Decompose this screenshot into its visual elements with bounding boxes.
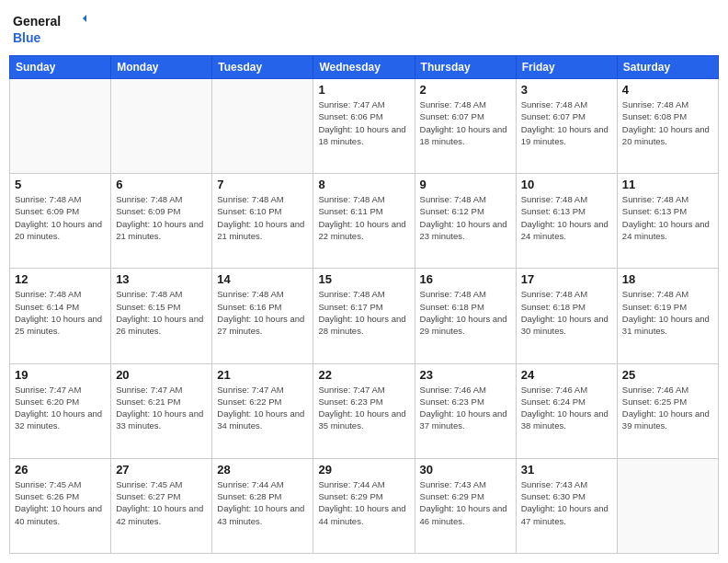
day-number: 8 <box>318 178 409 191</box>
day-number: 2 <box>420 83 511 97</box>
day-number: 7 <box>217 178 308 191</box>
calendar-table: SundayMondayTuesdayWednesdayThursdayFrid… <box>9 55 719 554</box>
calendar-cell-w1-d5: 10Sunrise: 7:48 AM Sunset: 6:13 PM Dayli… <box>516 174 617 269</box>
calendar-cell-w4-d4: 30Sunrise: 7:43 AM Sunset: 6:29 PM Dayli… <box>415 458 516 553</box>
calendar-cell-w2-d6: 18Sunrise: 7:48 AM Sunset: 6:19 PM Dayli… <box>617 269 718 363</box>
weekday-header-sunday: Sunday <box>10 56 111 79</box>
day-number: 18 <box>622 272 713 286</box>
day-info: Sunrise: 7:46 AM Sunset: 6:23 PM Dayligh… <box>420 384 511 432</box>
calendar-cell-w0-d6: 4Sunrise: 7:48 AM Sunset: 6:08 PM Daylig… <box>617 79 718 174</box>
week-row-2: 12Sunrise: 7:48 AM Sunset: 6:14 PM Dayli… <box>10 269 719 363</box>
calendar-cell-w3-d6: 25Sunrise: 7:46 AM Sunset: 6:25 PM Dayli… <box>617 363 718 458</box>
day-number: 28 <box>217 463 308 477</box>
day-number: 12 <box>15 272 106 286</box>
week-row-1: 5Sunrise: 7:48 AM Sunset: 6:09 PM Daylig… <box>10 174 719 269</box>
day-info: Sunrise: 7:43 AM Sunset: 6:30 PM Dayligh… <box>521 478 612 527</box>
day-info: Sunrise: 7:48 AM Sunset: 6:13 PM Dayligh… <box>521 193 612 242</box>
calendar-cell-w3-d5: 24Sunrise: 7:46 AM Sunset: 6:24 PM Dayli… <box>516 363 617 458</box>
day-info: Sunrise: 7:46 AM Sunset: 6:24 PM Dayligh… <box>521 384 612 432</box>
calendar-cell-w2-d3: 15Sunrise: 7:48 AM Sunset: 6:17 PM Dayli… <box>313 269 415 363</box>
weekday-header-thursday: Thursday <box>415 56 516 79</box>
day-number: 9 <box>420 178 511 191</box>
day-number: 17 <box>521 272 612 286</box>
day-number: 29 <box>318 463 409 477</box>
week-row-4: 26Sunrise: 7:45 AM Sunset: 6:26 PM Dayli… <box>10 458 719 553</box>
day-info: Sunrise: 7:48 AM Sunset: 6:11 PM Dayligh… <box>318 193 409 242</box>
day-info: Sunrise: 7:47 AM Sunset: 6:22 PM Dayligh… <box>217 384 308 432</box>
day-info: Sunrise: 7:43 AM Sunset: 6:29 PM Dayligh… <box>420 478 511 527</box>
weekday-header-wednesday: Wednesday <box>313 56 415 79</box>
day-number: 14 <box>217 272 308 286</box>
day-info: Sunrise: 7:48 AM Sunset: 6:19 PM Dayligh… <box>622 288 713 337</box>
calendar-cell-w2-d0: 12Sunrise: 7:48 AM Sunset: 6:14 PM Dayli… <box>10 269 111 363</box>
day-info: Sunrise: 7:46 AM Sunset: 6:25 PM Dayligh… <box>622 384 713 432</box>
day-number: 26 <box>15 463 106 477</box>
day-info: Sunrise: 7:45 AM Sunset: 6:27 PM Dayligh… <box>116 478 207 527</box>
svg-text:General: General <box>13 14 61 29</box>
logo: General Blue <box>13 9 86 50</box>
calendar-cell-w4-d5: 31Sunrise: 7:43 AM Sunset: 6:30 PM Dayli… <box>516 458 617 553</box>
day-info: Sunrise: 7:48 AM Sunset: 6:09 PM Dayligh… <box>116 193 207 242</box>
day-number: 21 <box>217 368 308 382</box>
calendar-cell-w0-d5: 3Sunrise: 7:48 AM Sunset: 6:07 PM Daylig… <box>516 79 617 174</box>
day-info: Sunrise: 7:48 AM Sunset: 6:16 PM Dayligh… <box>217 288 308 337</box>
weekday-header-row: SundayMondayTuesdayWednesdayThursdayFrid… <box>10 56 719 79</box>
calendar-cell-w1-d1: 6Sunrise: 7:48 AM Sunset: 6:09 PM Daylig… <box>111 174 212 269</box>
svg-text:Blue: Blue <box>13 30 41 45</box>
day-info: Sunrise: 7:47 AM Sunset: 6:21 PM Dayligh… <box>116 384 207 432</box>
day-number: 20 <box>116 368 207 382</box>
day-number: 31 <box>521 463 612 477</box>
day-number: 24 <box>521 368 612 382</box>
page: General Blue SundayMondayTuesdayWednesda… <box>0 0 728 563</box>
calendar-cell-w2-d5: 17Sunrise: 7:48 AM Sunset: 6:18 PM Dayli… <box>516 269 617 363</box>
day-info: Sunrise: 7:47 AM Sunset: 6:23 PM Dayligh… <box>318 384 409 432</box>
weekday-header-saturday: Saturday <box>617 56 718 79</box>
calendar-cell-w3-d0: 19Sunrise: 7:47 AM Sunset: 6:20 PM Dayli… <box>10 363 111 458</box>
weekday-header-monday: Monday <box>111 56 212 79</box>
day-number: 3 <box>521 83 612 97</box>
day-number: 15 <box>318 272 409 286</box>
day-info: Sunrise: 7:44 AM Sunset: 6:28 PM Dayligh… <box>217 478 308 527</box>
week-row-0: 1Sunrise: 7:47 AM Sunset: 6:06 PM Daylig… <box>10 79 719 174</box>
calendar-cell-w1-d0: 5Sunrise: 7:48 AM Sunset: 6:09 PM Daylig… <box>10 174 111 269</box>
calendar-cell-w1-d6: 11Sunrise: 7:48 AM Sunset: 6:13 PM Dayli… <box>617 174 718 269</box>
header: General Blue <box>9 9 719 50</box>
calendar-cell-w3-d4: 23Sunrise: 7:46 AM Sunset: 6:23 PM Dayli… <box>415 363 516 458</box>
calendar-cell-w4-d2: 28Sunrise: 7:44 AM Sunset: 6:28 PM Dayli… <box>212 458 313 553</box>
calendar-cell-w4-d3: 29Sunrise: 7:44 AM Sunset: 6:29 PM Dayli… <box>313 458 415 553</box>
logo-icon: General Blue <box>13 9 86 50</box>
day-number: 23 <box>420 368 511 382</box>
day-info: Sunrise: 7:47 AM Sunset: 6:06 PM Dayligh… <box>318 98 409 147</box>
day-info: Sunrise: 7:48 AM Sunset: 6:18 PM Dayligh… <box>521 288 612 337</box>
calendar-cell-w0-d3: 1Sunrise: 7:47 AM Sunset: 6:06 PM Daylig… <box>313 79 415 174</box>
calendar-cell-w4-d1: 27Sunrise: 7:45 AM Sunset: 6:27 PM Dayli… <box>111 458 212 553</box>
calendar-cell-w1-d3: 8Sunrise: 7:48 AM Sunset: 6:11 PM Daylig… <box>313 174 415 269</box>
day-info: Sunrise: 7:45 AM Sunset: 6:26 PM Dayligh… <box>15 478 106 527</box>
day-number: 27 <box>116 463 207 477</box>
week-row-3: 19Sunrise: 7:47 AM Sunset: 6:20 PM Dayli… <box>10 363 719 458</box>
weekday-header-friday: Friday <box>516 56 617 79</box>
day-number: 16 <box>420 272 511 286</box>
day-info: Sunrise: 7:48 AM Sunset: 6:10 PM Dayligh… <box>217 193 308 242</box>
calendar-cell-w3-d2: 21Sunrise: 7:47 AM Sunset: 6:22 PM Dayli… <box>212 363 313 458</box>
calendar-cell-w2-d2: 14Sunrise: 7:48 AM Sunset: 6:16 PM Dayli… <box>212 269 313 363</box>
calendar-cell-w0-d0 <box>10 79 111 174</box>
day-info: Sunrise: 7:48 AM Sunset: 6:09 PM Dayligh… <box>15 193 106 242</box>
day-number: 10 <box>521 178 612 191</box>
calendar-cell-w0-d4: 2Sunrise: 7:48 AM Sunset: 6:07 PM Daylig… <box>415 79 516 174</box>
day-info: Sunrise: 7:48 AM Sunset: 6:12 PM Dayligh… <box>420 193 511 242</box>
day-info: Sunrise: 7:48 AM Sunset: 6:14 PM Dayligh… <box>15 288 106 337</box>
calendar-cell-w1-d2: 7Sunrise: 7:48 AM Sunset: 6:10 PM Daylig… <box>212 174 313 269</box>
weekday-header-tuesday: Tuesday <box>212 56 313 79</box>
calendar-cell-w3-d1: 20Sunrise: 7:47 AM Sunset: 6:21 PM Dayli… <box>111 363 212 458</box>
day-number: 30 <box>420 463 511 477</box>
day-number: 19 <box>15 368 106 382</box>
day-number: 25 <box>622 368 713 382</box>
calendar-cell-w2-d1: 13Sunrise: 7:48 AM Sunset: 6:15 PM Dayli… <box>111 269 212 363</box>
calendar-cell-w4-d0: 26Sunrise: 7:45 AM Sunset: 6:26 PM Dayli… <box>10 458 111 553</box>
calendar-cell-w3-d3: 22Sunrise: 7:47 AM Sunset: 6:23 PM Dayli… <box>313 363 415 458</box>
day-info: Sunrise: 7:47 AM Sunset: 6:20 PM Dayligh… <box>15 384 106 432</box>
day-info: Sunrise: 7:48 AM Sunset: 6:18 PM Dayligh… <box>420 288 511 337</box>
svg-marker-3 <box>83 15 86 22</box>
day-number: 11 <box>622 178 713 191</box>
